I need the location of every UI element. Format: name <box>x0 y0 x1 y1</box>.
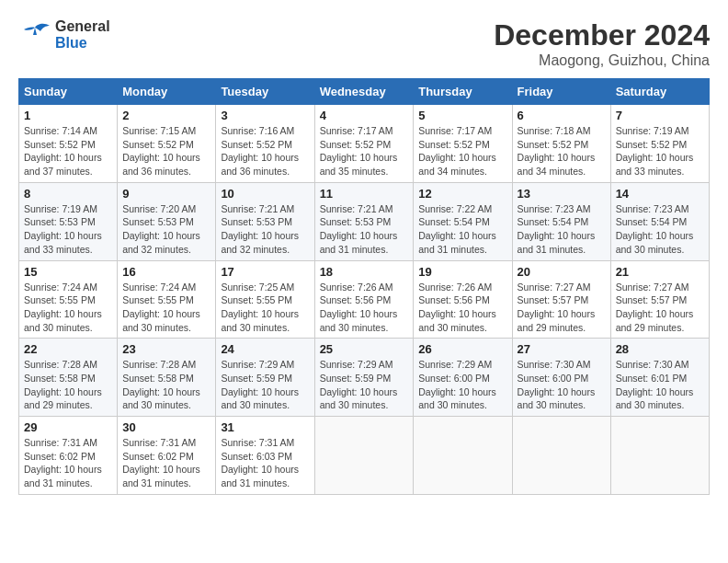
day-number: 27 <box>518 342 606 356</box>
calendar-cell: 27 Sunrise: 7:30 AM Sunset: 6:00 PM Dayl… <box>512 339 610 417</box>
day-number: 15 <box>24 265 112 279</box>
day-number: 28 <box>616 342 704 356</box>
calendar-cell: 17 Sunrise: 7:25 AM Sunset: 5:55 PM Dayl… <box>216 260 314 339</box>
day-info: Sunrise: 7:19 AM Sunset: 5:52 PM Dayligh… <box>616 124 704 178</box>
day-info: Sunrise: 7:17 AM Sunset: 5:52 PM Dayligh… <box>418 124 506 178</box>
day-number: 19 <box>418 265 506 279</box>
calendar-cell: 9 Sunrise: 7:20 AM Sunset: 5:53 PM Dayli… <box>118 182 216 260</box>
calendar-cell: 20 Sunrise: 7:27 AM Sunset: 5:57 PM Dayl… <box>512 260 610 339</box>
day-number: 25 <box>320 342 409 356</box>
day-number: 21 <box>616 265 704 279</box>
day-info: Sunrise: 7:26 AM Sunset: 5:56 PM Dayligh… <box>320 281 409 335</box>
day-info: Sunrise: 7:30 AM Sunset: 6:01 PM Dayligh… <box>616 358 704 412</box>
logo-blue-text: Blue <box>55 35 110 52</box>
calendar-cell: 4 Sunrise: 7:17 AM Sunset: 5:52 PM Dayli… <box>314 105 414 183</box>
calendar-cell: 13 Sunrise: 7:23 AM Sunset: 5:54 PM Dayl… <box>512 182 610 260</box>
day-number: 2 <box>122 109 210 122</box>
day-number: 1 <box>24 109 112 122</box>
day-number: 5 <box>418 109 506 122</box>
day-number: 22 <box>24 342 112 356</box>
day-info: Sunrise: 7:31 AM Sunset: 6:02 PM Dayligh… <box>122 436 210 490</box>
day-info: Sunrise: 7:19 AM Sunset: 5:53 PM Dayligh… <box>24 202 112 257</box>
calendar-cell: 21 Sunrise: 7:27 AM Sunset: 5:57 PM Dayl… <box>610 260 709 339</box>
title-area: December 2024 Maogong, Guizhou, China <box>494 18 710 69</box>
column-header-thursday: Thursday <box>414 79 512 105</box>
calendar-week-row: 8 Sunrise: 7:19 AM Sunset: 5:53 PM Dayli… <box>19 182 710 260</box>
logo-general-text: General <box>55 18 110 35</box>
day-number: 12 <box>418 187 506 201</box>
day-number: 26 <box>418 342 506 356</box>
day-number: 10 <box>221 187 309 201</box>
calendar-cell: 15 Sunrise: 7:24 AM Sunset: 5:55 PM Dayl… <box>19 260 118 339</box>
calendar-cell: 11 Sunrise: 7:21 AM Sunset: 5:53 PM Dayl… <box>314 182 414 260</box>
day-info: Sunrise: 7:18 AM Sunset: 5:52 PM Dayligh… <box>518 124 606 178</box>
calendar-cell <box>314 417 414 495</box>
day-number: 30 <box>122 420 210 434</box>
day-number: 6 <box>518 109 606 122</box>
day-info: Sunrise: 7:22 AM Sunset: 5:54 PM Dayligh… <box>418 202 506 257</box>
calendar-cell: 7 Sunrise: 7:19 AM Sunset: 5:52 PM Dayli… <box>610 105 709 183</box>
calendar-header-row: SundayMondayTuesdayWednesdayThursdayFrid… <box>19 79 710 105</box>
day-info: Sunrise: 7:14 AM Sunset: 5:52 PM Dayligh… <box>24 124 112 178</box>
day-number: 17 <box>221 265 309 279</box>
column-header-monday: Monday <box>118 79 216 105</box>
calendar-cell: 6 Sunrise: 7:18 AM Sunset: 5:52 PM Dayli… <box>512 105 610 183</box>
day-info: Sunrise: 7:29 AM Sunset: 6:00 PM Dayligh… <box>418 358 506 412</box>
column-header-saturday: Saturday <box>610 79 709 105</box>
header: General Blue December 2024 Maogong, Guiz… <box>18 18 710 69</box>
calendar-table: SundayMondayTuesdayWednesdayThursdayFrid… <box>18 78 710 495</box>
day-info: Sunrise: 7:31 AM Sunset: 6:03 PM Dayligh… <box>221 436 309 490</box>
column-header-tuesday: Tuesday <box>216 79 314 105</box>
calendar-cell: 30 Sunrise: 7:31 AM Sunset: 6:02 PM Dayl… <box>118 417 216 495</box>
day-number: 20 <box>518 265 606 279</box>
day-number: 13 <box>518 187 606 201</box>
day-info: Sunrise: 7:26 AM Sunset: 5:56 PM Dayligh… <box>418 281 506 335</box>
day-info: Sunrise: 7:31 AM Sunset: 6:02 PM Dayligh… <box>24 436 112 490</box>
location-title: Maogong, Guizhou, China <box>494 52 710 69</box>
calendar-cell: 2 Sunrise: 7:15 AM Sunset: 5:52 PM Dayli… <box>118 105 216 183</box>
calendar-week-row: 29 Sunrise: 7:31 AM Sunset: 6:02 PM Dayl… <box>19 417 710 495</box>
calendar-cell: 19 Sunrise: 7:26 AM Sunset: 5:56 PM Dayl… <box>414 260 512 339</box>
day-number: 24 <box>221 342 309 356</box>
day-info: Sunrise: 7:17 AM Sunset: 5:52 PM Dayligh… <box>320 124 409 178</box>
day-info: Sunrise: 7:29 AM Sunset: 5:59 PM Dayligh… <box>221 358 309 412</box>
logo: General Blue <box>18 18 110 51</box>
day-info: Sunrise: 7:30 AM Sunset: 6:00 PM Dayligh… <box>518 358 606 412</box>
day-number: 16 <box>122 265 210 279</box>
calendar-cell: 12 Sunrise: 7:22 AM Sunset: 5:54 PM Dayl… <box>414 182 512 260</box>
calendar-cell: 28 Sunrise: 7:30 AM Sunset: 6:01 PM Dayl… <box>610 339 709 417</box>
calendar-week-row: 1 Sunrise: 7:14 AM Sunset: 5:52 PM Dayli… <box>19 105 710 183</box>
day-info: Sunrise: 7:24 AM Sunset: 5:55 PM Dayligh… <box>122 281 210 335</box>
day-number: 18 <box>320 265 409 279</box>
calendar-cell <box>610 417 709 495</box>
calendar-cell: 26 Sunrise: 7:29 AM Sunset: 6:00 PM Dayl… <box>414 339 512 417</box>
day-info: Sunrise: 7:27 AM Sunset: 5:57 PM Dayligh… <box>518 281 606 335</box>
logo-bird-icon <box>18 22 51 48</box>
day-info: Sunrise: 7:20 AM Sunset: 5:53 PM Dayligh… <box>122 202 210 257</box>
calendar-cell <box>414 417 512 495</box>
logo-label: General Blue <box>55 18 110 51</box>
day-info: Sunrise: 7:23 AM Sunset: 5:54 PM Dayligh… <box>616 202 704 257</box>
column-header-sunday: Sunday <box>19 79 118 105</box>
calendar-cell: 8 Sunrise: 7:19 AM Sunset: 5:53 PM Dayli… <box>19 182 118 260</box>
day-info: Sunrise: 7:16 AM Sunset: 5:52 PM Dayligh… <box>221 124 309 178</box>
day-number: 11 <box>320 187 409 201</box>
calendar-cell <box>512 417 610 495</box>
calendar-cell: 24 Sunrise: 7:29 AM Sunset: 5:59 PM Dayl… <box>216 339 314 417</box>
day-number: 3 <box>221 109 309 122</box>
day-info: Sunrise: 7:25 AM Sunset: 5:55 PM Dayligh… <box>221 281 309 335</box>
day-number: 31 <box>221 420 309 434</box>
calendar-cell: 31 Sunrise: 7:31 AM Sunset: 6:03 PM Dayl… <box>216 417 314 495</box>
calendar-cell: 29 Sunrise: 7:31 AM Sunset: 6:02 PM Dayl… <box>19 417 118 495</box>
calendar-week-row: 22 Sunrise: 7:28 AM Sunset: 5:58 PM Dayl… <box>19 339 710 417</box>
day-number: 7 <box>616 109 704 122</box>
calendar-cell: 1 Sunrise: 7:14 AM Sunset: 5:52 PM Dayli… <box>19 105 118 183</box>
day-info: Sunrise: 7:29 AM Sunset: 5:59 PM Dayligh… <box>320 358 409 412</box>
day-info: Sunrise: 7:28 AM Sunset: 5:58 PM Dayligh… <box>122 358 210 412</box>
day-info: Sunrise: 7:21 AM Sunset: 5:53 PM Dayligh… <box>320 202 409 257</box>
day-info: Sunrise: 7:23 AM Sunset: 5:54 PM Dayligh… <box>518 202 606 257</box>
day-info: Sunrise: 7:27 AM Sunset: 5:57 PM Dayligh… <box>616 281 704 335</box>
calendar-cell: 5 Sunrise: 7:17 AM Sunset: 5:52 PM Dayli… <box>414 105 512 183</box>
day-info: Sunrise: 7:24 AM Sunset: 5:55 PM Dayligh… <box>24 281 112 335</box>
day-number: 14 <box>616 187 704 201</box>
